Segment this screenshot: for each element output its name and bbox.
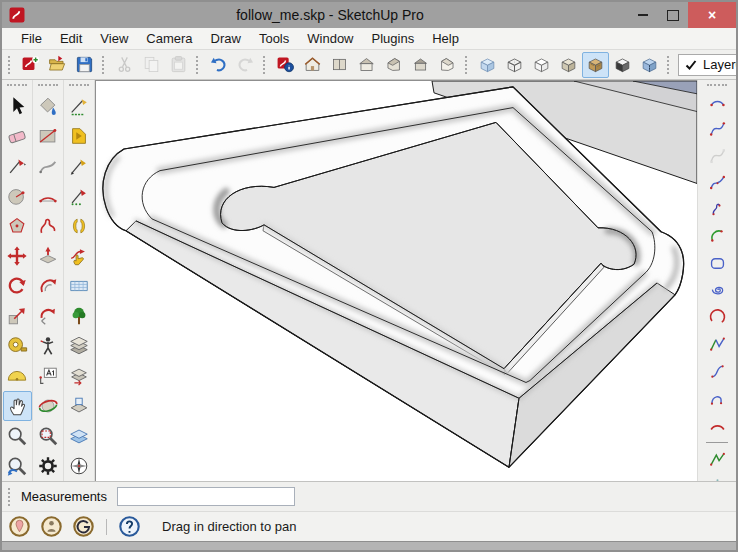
- menu-tools[interactable]: Tools: [250, 30, 298, 47]
- menu-camera[interactable]: Camera: [137, 30, 201, 47]
- curve-tool-arc-2pt[interactable]: [702, 88, 732, 115]
- minimize-button[interactable]: [628, 2, 658, 28]
- curve-tool-hook-curve[interactable]: [702, 385, 732, 412]
- tool-rotate[interactable]: [3, 271, 32, 301]
- toolbar-button-save[interactable]: [71, 52, 98, 78]
- status-button-help[interactable]: [116, 514, 143, 540]
- toolbar-handle[interactable]: [8, 56, 13, 74]
- curve-tool-polyline-bezier[interactable]: [702, 169, 732, 196]
- tool-curves[interactable]: [34, 211, 63, 241]
- tool-orbit[interactable]: [34, 391, 63, 421]
- toolbar-button-style-xray[interactable]: [474, 52, 501, 78]
- tool-line[interactable]: [3, 151, 32, 181]
- maximize-button[interactable]: [658, 2, 688, 28]
- toolbar-handle[interactable]: [707, 84, 727, 86]
- toolbar-button-style-shaded[interactable]: [555, 52, 582, 78]
- tool-arc[interactable]: [34, 181, 63, 211]
- tool-paint-bucket[interactable]: [34, 91, 63, 121]
- tool-push-pull[interactable]: [34, 241, 63, 271]
- tool-sandbox[interactable]: [65, 271, 94, 301]
- tool-rotate-copy[interactable]: [34, 301, 63, 331]
- tool-face-tab[interactable]: [65, 121, 94, 151]
- toolbar-handle[interactable]: [69, 84, 89, 89]
- tool-section-stack[interactable]: [65, 421, 94, 451]
- curve-tool-bezier-edit[interactable]: [702, 142, 732, 169]
- toolbar-button-undo[interactable]: [205, 52, 232, 78]
- curve-tool-s-curve[interactable]: [702, 358, 732, 385]
- curve-tool-arc-wide[interactable]: [702, 412, 732, 439]
- tool-scale[interactable]: [3, 301, 32, 331]
- toolbar-button-view-back[interactable]: [407, 52, 434, 78]
- model-canvas[interactable]: [95, 80, 697, 481]
- tool-stipple-line[interactable]: [65, 91, 94, 121]
- toolbar-button-view-iso[interactable]: [299, 52, 326, 78]
- tool-offset[interactable]: [34, 271, 63, 301]
- menu-window[interactable]: Window: [298, 30, 362, 47]
- tool-protractor[interactable]: [3, 361, 32, 391]
- tool-select[interactable]: [3, 91, 32, 121]
- tool-eraser[interactable]: [3, 121, 32, 151]
- tool-circle[interactable]: [3, 181, 32, 211]
- tool-follow-me[interactable]: [65, 241, 94, 271]
- toolbar-handle[interactable]: [7, 84, 27, 89]
- toolbar-handle[interactable]: [465, 56, 470, 74]
- menu-view[interactable]: View: [91, 30, 137, 47]
- tool-settings[interactable]: [34, 451, 63, 481]
- toolbar-button-paste[interactable]: [165, 52, 192, 78]
- tool-plane-stack[interactable]: [65, 331, 94, 361]
- curve-tool-bezier[interactable]: [702, 115, 732, 142]
- status-button-geolocation[interactable]: [6, 514, 33, 540]
- measurements-input[interactable]: [117, 487, 295, 506]
- tool-plane-copy[interactable]: [65, 361, 94, 391]
- toolbar-handle[interactable]: [102, 56, 107, 74]
- window-bottom-edge[interactable]: [2, 541, 736, 550]
- toolbar-button-style-back-edges[interactable]: [636, 52, 663, 78]
- toolbar-button-style-wireframe[interactable]: [501, 52, 528, 78]
- toolbar-button-view-left[interactable]: [434, 52, 461, 78]
- toolbar-handle[interactable]: [196, 56, 201, 74]
- status-button-credits[interactable]: [38, 514, 65, 540]
- menu-plugins[interactable]: Plugins: [363, 30, 424, 47]
- tool-position-camera[interactable]: [34, 331, 63, 361]
- menu-help[interactable]: Help: [423, 30, 468, 47]
- layer-selector[interactable]: Layer0: [678, 54, 738, 76]
- close-button[interactable]: ×: [688, 2, 736, 28]
- toolbar-handle[interactable]: [38, 84, 58, 89]
- toolbar-handle[interactable]: [8, 488, 13, 506]
- tool-edit-line[interactable]: [65, 151, 94, 181]
- tool-pan[interactable]: [3, 391, 32, 421]
- tool-text[interactable]: [34, 361, 63, 391]
- toolbar-button-cut[interactable]: [111, 52, 138, 78]
- toolbar-button-open[interactable]: [44, 52, 71, 78]
- tool-move[interactable]: [3, 241, 32, 271]
- tool-compass[interactable]: [65, 451, 94, 481]
- curve-tool-arc-green[interactable]: [702, 223, 732, 250]
- tool-zoom-window[interactable]: [34, 421, 63, 451]
- menu-file[interactable]: File: [12, 30, 51, 47]
- curve-tool-zigzag-curve[interactable]: [702, 331, 732, 358]
- tool-match-brackets[interactable]: [65, 211, 94, 241]
- toolbar-button-style-shaded-textures[interactable]: [582, 52, 609, 78]
- tool-tape-measure[interactable]: [3, 331, 32, 361]
- toolbar-button-copy[interactable]: [138, 52, 165, 78]
- tool-zoom[interactable]: [3, 421, 32, 451]
- curve-tool-spiral[interactable]: [702, 277, 732, 304]
- curve-tool-rounded-rect[interactable]: [702, 250, 732, 277]
- tool-freehand[interactable]: [34, 151, 63, 181]
- curve-tool-arc-red[interactable]: [702, 304, 732, 331]
- toolbar-button-style-hidden-line[interactable]: [528, 52, 555, 78]
- tool-zoom-previous[interactable]: [3, 451, 32, 481]
- menu-edit[interactable]: Edit: [51, 30, 91, 47]
- toolbar-handle[interactable]: [667, 56, 672, 74]
- toolbar-button-view-top[interactable]: [326, 52, 353, 78]
- curve-tool-polyline-green[interactable]: [702, 446, 732, 473]
- toolbar-button-redo[interactable]: [232, 52, 259, 78]
- curve-tool-refine-curve[interactable]: [702, 196, 732, 223]
- menu-draw[interactable]: Draw: [202, 30, 250, 47]
- tool-dot-line[interactable]: [65, 181, 94, 211]
- tool-plane-group[interactable]: [65, 391, 94, 421]
- status-button-google[interactable]: [70, 514, 97, 540]
- toolbar-button-model-info[interactable]: [272, 52, 299, 78]
- tool-polygon[interactable]: [3, 211, 32, 241]
- toolbar-button-view-right[interactable]: [380, 52, 407, 78]
